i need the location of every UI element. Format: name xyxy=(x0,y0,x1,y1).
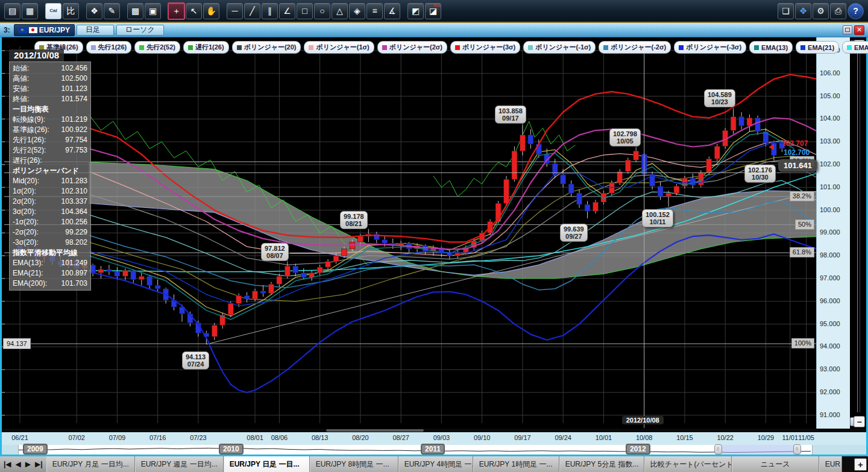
timeline-navigator[interactable]: 2009201020112012 xyxy=(2,445,866,455)
price-axis-label: 101.00 xyxy=(820,183,840,190)
calculator-button[interactable]: Cal xyxy=(45,3,61,19)
candlestick-chart[interactable] xyxy=(2,37,866,429)
info-value: 101.249 xyxy=(61,258,87,268)
pencil-button[interactable]: ✎ xyxy=(104,3,120,19)
expand-button[interactable]: ✥ xyxy=(795,3,811,19)
print-button[interactable]: ⎙ xyxy=(830,3,846,19)
parallel-lines-button[interactable]: ∥ xyxy=(262,3,278,19)
parallel-lines-icon: ∥ xyxy=(268,7,272,15)
legend-pill[interactable]: ボリンジャー(2σ) xyxy=(377,41,447,54)
swing-marker: 103.85809/17 xyxy=(495,105,526,124)
cursor-button[interactable]: ↖ xyxy=(186,3,202,19)
swing-marker: 97.81208/07 xyxy=(261,243,289,261)
legend-pill[interactable]: ボリンジャー(20) xyxy=(232,41,301,54)
chart-tab[interactable]: EUR xyxy=(819,456,842,472)
fan-lines-button[interactable]: ∡ xyxy=(384,3,400,19)
help-button[interactable]: ? xyxy=(848,3,864,19)
navigator-selection[interactable] xyxy=(719,445,797,455)
price-axis-label: 104.00 xyxy=(820,115,840,122)
chart-tab[interactable]: EUR/JPY 4時間足 一... xyxy=(398,456,473,472)
compare-button[interactable]: 比 xyxy=(63,3,79,19)
legend-pill[interactable]: EMA(200) xyxy=(842,41,868,54)
eraser-all-button[interactable]: ◪ALL xyxy=(425,3,441,19)
navigator-track[interactable] xyxy=(18,445,813,455)
legend-pill[interactable]: 先行2(52) xyxy=(134,41,180,54)
chart-tab[interactable]: EUR/JPY 5分足 指数... xyxy=(559,456,644,472)
period-selector[interactable]: 日足 xyxy=(77,25,114,36)
chart-tab[interactable]: 比較チャート(パーセント... xyxy=(644,456,732,472)
legend-pill[interactable]: 遅行1(26) xyxy=(183,41,229,54)
info-label: 始値: xyxy=(13,63,29,74)
info-row: -1σ(20):100.256 xyxy=(13,217,87,227)
navigator-handle-right[interactable] xyxy=(793,444,801,455)
legend-pill[interactable]: EMA(13) xyxy=(749,41,793,54)
ellipse-button[interactable]: ○ xyxy=(314,3,330,19)
ohlc-info-panel: 2012/10/08 始値:102.456高値:102.500安値:101.12… xyxy=(9,49,91,291)
legend-pill[interactable]: 先行1(26) xyxy=(86,41,132,54)
legend-color-swatch xyxy=(528,45,533,50)
angle-line-button[interactable]: ∠ xyxy=(279,3,295,19)
chart-tab[interactable]: EUR/JPY 1時間足 一... xyxy=(473,456,559,472)
report-add-button[interactable]: ▦ xyxy=(22,3,38,19)
chart-tab[interactable]: EUR/JPY 8時間足 一... xyxy=(310,456,398,472)
info-row: 転換線(9):101.219 xyxy=(13,115,87,125)
triangle-button[interactable]: △ xyxy=(332,3,348,19)
list-button[interactable]: ▤ xyxy=(4,3,20,19)
date-axis-label: 08/06 xyxy=(271,434,288,441)
chart-style-selector[interactable]: ローソク xyxy=(116,25,164,36)
swing-date: 08/21 xyxy=(344,220,364,227)
legend-pill[interactable]: ボリンジャー(-1σ) xyxy=(523,41,596,54)
date-axis-label: 10/22 xyxy=(717,434,734,441)
diagonal-line-button[interactable]: ╱ xyxy=(244,3,260,19)
info-row: -3σ(20):98.202 xyxy=(13,238,87,248)
rectangle-button[interactable]: □ xyxy=(297,3,313,19)
hand-button[interactable]: ✋ xyxy=(203,3,219,19)
price-axis-label: 98.000 xyxy=(820,251,840,259)
info-label: 遅行(26): xyxy=(13,156,42,166)
chart-tab[interactable]: EUR/JPY 日足 一目... xyxy=(224,456,310,472)
legend-color-swatch xyxy=(188,45,193,50)
tab-nav-arrow-3[interactable]: ▶| xyxy=(35,460,43,468)
save-button[interactable]: ▣ xyxy=(145,3,161,19)
polygon-button[interactable]: ◈ xyxy=(349,3,365,19)
chart-tab[interactable]: EUR/JPY 月足 一目均... xyxy=(46,456,135,472)
horizontal-scrollbar-thumb[interactable] xyxy=(326,429,424,432)
swing-marker: 102.79810/05 xyxy=(609,128,641,146)
zoom-out-button[interactable]: − xyxy=(854,416,865,427)
node-link-button[interactable]: ❖ xyxy=(86,3,102,19)
gear-button[interactable]: ⚙ xyxy=(813,3,829,19)
legend-pill[interactable]: ボリンジャー(-2σ) xyxy=(599,41,671,54)
horizontal-line-button[interactable]: ─ xyxy=(227,3,243,19)
chart-tab[interactable]: ニュース xyxy=(732,456,819,472)
crosshair-price-tooltip: 101.641 xyxy=(778,159,817,172)
legend-pill[interactable]: ボリンジャー(-3σ) xyxy=(674,41,746,54)
window-copy-button[interactable]: ❏ xyxy=(778,3,794,19)
currency-pair-chip[interactable]: EUR/JPY xyxy=(14,24,75,36)
tab-nav-arrow-0[interactable]: |◀ xyxy=(4,460,11,468)
swing-value: 99.639 xyxy=(564,225,584,233)
eraser-button[interactable]: ◩ xyxy=(407,3,424,19)
chart-settings-button[interactable]: ▩ xyxy=(127,3,143,19)
price-axis[interactable]: 107.00106.00105.00104.00103.00102.00101.… xyxy=(816,37,851,429)
tab-nav-arrow-2[interactable]: ▶ xyxy=(25,460,31,468)
tab-nav-arrow-1[interactable]: ◀ xyxy=(16,460,21,468)
legend-pill[interactable]: ボリンジャー(3σ) xyxy=(450,41,520,54)
swing-value: 102.176 xyxy=(748,166,772,174)
chart-tab[interactable]: EUR/JPY 週足 一目均... xyxy=(135,456,224,472)
legend-pill[interactable]: ボリンジャー(1σ) xyxy=(304,41,374,54)
add-tab-button[interactable]: + xyxy=(854,458,867,471)
toolbar-right-groups: ❏✥⚙⎙? xyxy=(777,3,864,19)
ellipse-icon: ○ xyxy=(319,7,324,15)
date-axis[interactable]: 06/2107/0207/0907/1607/2308/0108/0608/13… xyxy=(2,432,866,445)
crosshair-button[interactable]: ＋ xyxy=(168,2,185,20)
navigator-year-label: 2011 xyxy=(421,444,445,455)
navigator-handle-left[interactable] xyxy=(714,444,722,455)
legend-label: 先行1(26) xyxy=(98,43,127,52)
crosshair-icon: ＋ xyxy=(172,7,181,15)
restore-window-button[interactable] xyxy=(843,25,852,34)
legend-pill[interactable]: EMA(21) xyxy=(796,41,839,54)
close-window-button[interactable]: ✕ xyxy=(854,25,864,35)
vertical-scrollbar-track[interactable] xyxy=(857,51,860,412)
lines-stack-button[interactable]: ≡ xyxy=(366,3,383,19)
swing-marker: 104.58910/23 xyxy=(704,89,735,107)
